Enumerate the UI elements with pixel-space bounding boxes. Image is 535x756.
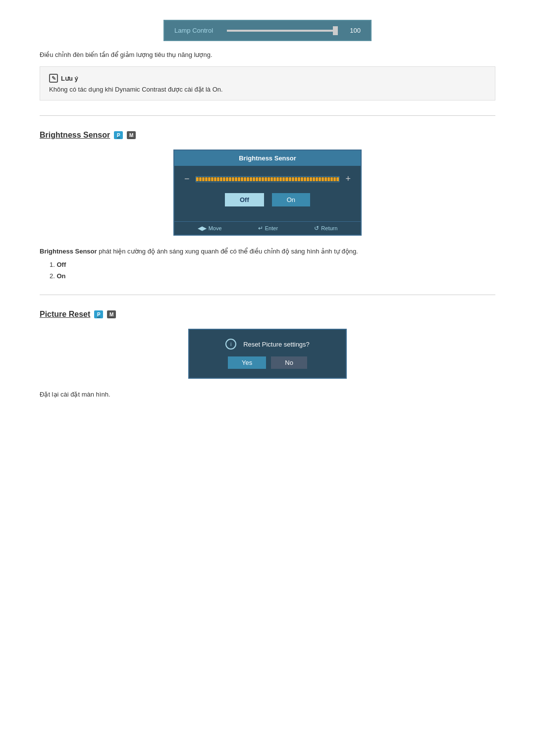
lamp-slider-fill <box>227 30 338 32</box>
brightness-sensor-ui: Brightness Sensor − + Off On ◀▶ Move ↵ E… <box>173 150 362 236</box>
reset-info-icon: i <box>225 339 236 350</box>
sensor-option-off[interactable]: Off <box>225 193 264 206</box>
brightness-sensor-desc-rest: phát hiện cường độ ánh sáng xung quanh đ… <box>99 248 358 255</box>
sensor-nav-enter: ↵ Enter <box>258 225 278 232</box>
lamp-value: 100 <box>346 27 361 34</box>
lamp-description: Điều chỉnh đèn biến tần để giảm lượng ti… <box>40 51 495 58</box>
sensor-plus-icon[interactable]: + <box>345 174 351 184</box>
sensor-slider-row: − + <box>184 174 351 184</box>
lamp-control-box: Lamp Control 100 <box>163 20 372 41</box>
reset-no-button[interactable]: No <box>271 356 307 369</box>
picture-reset-title: Picture Reset <box>40 310 90 319</box>
nav-return-label: Return <box>321 225 337 231</box>
lamp-slider-track[interactable] <box>227 30 338 32</box>
note-box: ✎ Lưu ý Không có tác dụng khi Dynamic Co… <box>40 66 495 101</box>
brightness-sensor-heading: Brightness Sensor P M <box>40 131 495 140</box>
move-icon: ◀▶ <box>198 225 207 232</box>
note-title: ✎ Lưu ý <box>49 74 486 83</box>
list-off-label: Off <box>56 261 66 268</box>
sensor-nav-bar: ◀▶ Move ↵ Enter ↺ Return <box>174 221 361 235</box>
brightness-sensor-title: Brightness Sensor <box>40 131 110 140</box>
sensor-options-row: Off On <box>184 193 351 206</box>
list-item-off: Off <box>50 261 495 268</box>
reset-question-text: Reset Picture settings? <box>243 341 310 348</box>
note-heading: Lưu ý <box>61 75 78 82</box>
reset-yes-button[interactable]: Yes <box>228 356 266 369</box>
lamp-control-label: Lamp Control <box>174 27 219 34</box>
picture-reset-badge-m: M <box>107 310 116 318</box>
note-icon: ✎ <box>49 74 58 83</box>
list-item-on: On <box>50 272 495 280</box>
picture-reset-heading: Picture Reset P M <box>40 310 495 319</box>
sensor-ui-title-bar: Brightness Sensor <box>174 151 361 166</box>
picture-reset-description: Đặt lại cài đặt màn hình. <box>40 391 495 398</box>
sensor-bar-segments <box>196 177 339 182</box>
reset-question-row: i Reset Picture settings? <box>225 339 310 350</box>
badge-p: P <box>114 131 123 139</box>
sensor-option-on[interactable]: On <box>272 193 310 206</box>
picture-reset-ui: i Reset Picture settings? Yes No <box>188 329 347 379</box>
sensor-nav-return: ↺ Return <box>314 225 337 232</box>
brightness-sensor-description: Brightness Sensor phát hiện cường độ ánh… <box>40 248 495 255</box>
note-text: Không có tác dụng khi Dynamic Contrast đ… <box>49 86 486 93</box>
sensor-bar-track[interactable] <box>196 176 340 182</box>
nav-move-label: Move <box>209 225 222 231</box>
list-on-label: On <box>56 272 65 280</box>
sensor-ui-body: − + Off On <box>174 166 361 221</box>
enter-icon: ↵ <box>258 225 263 232</box>
sensor-nav-move: ◀▶ Move <box>198 225 222 232</box>
divider-1 <box>40 115 495 116</box>
reset-btn-row: Yes No <box>228 356 307 369</box>
brightness-sensor-list: Off On <box>50 261 495 280</box>
return-icon: ↺ <box>314 225 319 232</box>
sensor-minus-icon[interactable]: − <box>184 174 190 184</box>
lamp-slider-thumb <box>333 26 338 35</box>
brightness-sensor-bold: Brightness Sensor <box>40 248 97 255</box>
picture-reset-badge-p: P <box>94 310 103 318</box>
divider-2 <box>40 295 495 295</box>
nav-enter-label: Enter <box>265 225 278 231</box>
badge-m: M <box>127 131 136 139</box>
